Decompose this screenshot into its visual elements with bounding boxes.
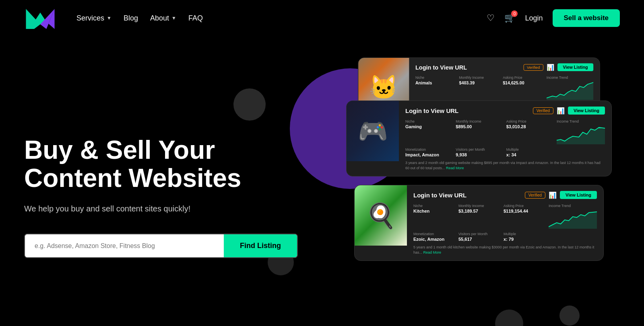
login-button[interactable]: Login <box>525 14 543 23</box>
card-url-1: Login to View URL <box>415 64 467 70</box>
navbar: Services ▼ Blog About ▼ FAQ ♡ 🛒 0 Login … <box>0 0 644 36</box>
listing-image-2 <box>347 101 399 161</box>
wishlist-icon[interactable]: ♡ <box>487 13 495 23</box>
listing-card-2: Login to View URL Verified 📊 View Listin… <box>346 100 612 176</box>
chart-icon-3: 📊 <box>549 191 557 199</box>
card-url-3: Login to View URL <box>413 192 466 199</box>
view-listing-button-2[interactable]: View Listing <box>568 107 605 115</box>
stat-trend-1: Income Trend <box>547 76 593 101</box>
svg-marker-8 <box>549 212 597 229</box>
verified-badge-1: Verified <box>523 64 543 70</box>
read-more-2[interactable]: Read More <box>446 166 464 170</box>
stack-container: Login to View URL Verified 📊 View Listin… <box>354 52 604 326</box>
hero-title: Buy & Sell Your Content Websites <box>24 136 298 193</box>
hero-right: Login to View URL Verified 📊 View Listin… <box>298 52 620 326</box>
read-more-3[interactable]: Read More <box>423 250 442 254</box>
listing-card-3: Login to View URL Verified 📊 View Listin… <box>354 185 604 261</box>
logo[interactable] <box>24 4 56 32</box>
nav-about[interactable]: About ▼ <box>150 14 176 23</box>
card-url-2: Login to View URL <box>405 107 458 114</box>
verified-badge-2: Verified <box>533 107 553 114</box>
stat-multiple-2: Multiple x: 34 <box>506 148 552 157</box>
stat-asking-2: Asking Price $3,010.28 <box>506 119 552 145</box>
stat-monetization-3: Monetization Ezoic, Amazon <box>413 232 454 242</box>
svg-marker-7 <box>557 127 605 144</box>
listing-image-3 <box>355 185 407 246</box>
stat-trend-3: Income Trend <box>549 204 597 230</box>
sell-website-button[interactable]: Sell a website <box>553 9 620 27</box>
hero-section: Buy & Sell Your Content Websites We help… <box>0 36 644 326</box>
card-actions-2: Verified 📊 View Listing <box>533 107 605 115</box>
card-actions-3: Verified 📊 View Listing <box>525 191 597 199</box>
nav-right: ♡ 🛒 0 Login Sell a website <box>487 9 620 27</box>
stat-multiple-3: Multiple x: 79 <box>504 232 544 242</box>
stat-monetization-2: Monetization Impact, Amazon <box>405 148 451 157</box>
view-listing-button-1[interactable]: View Listing <box>557 64 593 71</box>
nav-services[interactable]: Services ▼ <box>76 14 111 23</box>
stat-asking-1: Asking Price $14,625.00 <box>503 76 542 101</box>
stat-asking-3: Asking Price $119,154.44 <box>504 204 544 230</box>
search-input[interactable] <box>25 234 224 257</box>
card-actions-1: Verified 📊 View Listing <box>523 64 593 71</box>
chart-icon-1: 📊 <box>547 64 554 71</box>
stat-visitors-2: Visitors per Month 9,938 <box>456 148 501 157</box>
chart-icon-2: 📊 <box>557 107 565 115</box>
nav-faq[interactable]: FAQ <box>188 14 203 23</box>
stat-niche-2: Niche Gaming <box>405 119 451 145</box>
hero-subtitle: We help you buy and sell content sites q… <box>24 204 298 213</box>
cart-icon[interactable]: 🛒 0 <box>504 13 515 23</box>
card-desc-2: 3 years and 2 month old gaming website m… <box>405 160 605 170</box>
view-listing-button-3[interactable]: View Listing <box>560 191 597 199</box>
card-desc-3: 5 years and 1 month old kitchen website … <box>413 245 597 255</box>
stat-visitors-3: Visitors per Month 55,617 <box>458 232 499 242</box>
nav-blog[interactable]: Blog <box>124 14 138 23</box>
search-bar: Find Listing <box>24 234 298 258</box>
chevron-down-icon: ▼ <box>107 15 111 21</box>
find-listing-button[interactable]: Find Listing <box>224 234 297 257</box>
stat-niche-1: Niche Animals <box>415 76 454 101</box>
stat-income-1: Monthly Income $403.39 <box>459 76 498 101</box>
stat-income-3: Monthly Income $3,189.57 <box>458 204 499 230</box>
listings-stack: Login to View URL Verified 📊 View Listin… <box>354 52 604 326</box>
card-content-2: Login to View URL Verified 📊 View Listin… <box>399 101 611 176</box>
verified-badge-3: Verified <box>525 192 545 199</box>
chevron-down-icon: ▼ <box>171 15 176 21</box>
nav-links: Services ▼ Blog About ▼ FAQ <box>76 14 487 23</box>
hero-left: Buy & Sell Your Content Websites We help… <box>24 136 298 258</box>
stat-income-2: Monthly Income $895.00 <box>456 119 501 145</box>
card-content-3: Login to View URL Verified 📊 View Listin… <box>407 185 603 260</box>
stat-niche-3: Niche Kitchen <box>413 204 454 230</box>
cart-badge: 0 <box>511 10 518 17</box>
stat-trend-2: Income Trend <box>557 119 605 145</box>
